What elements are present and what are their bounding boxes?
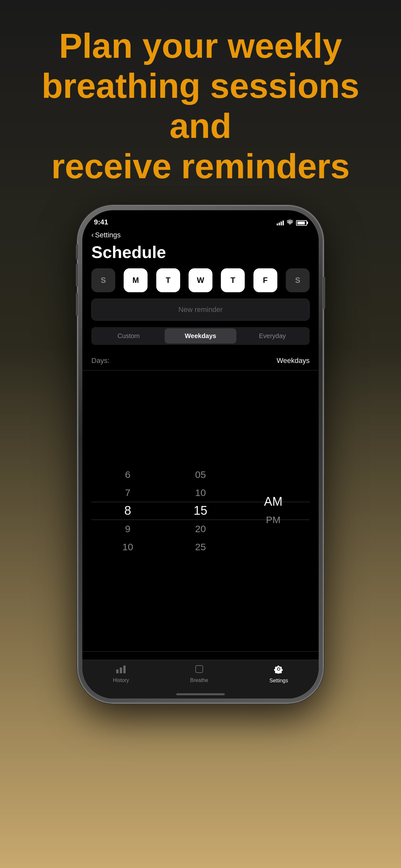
day-monday[interactable]: M bbox=[124, 268, 148, 292]
day-saturday[interactable]: S bbox=[286, 268, 310, 292]
minute-item-10: 10 bbox=[195, 484, 206, 502]
tab-breathe-label: Breathe bbox=[190, 678, 208, 683]
phone-frame: 9:41 bbox=[78, 206, 323, 703]
phone-mockup: 9:41 bbox=[78, 206, 323, 703]
tab-settings-label: Settings bbox=[269, 678, 288, 684]
back-chevron-icon: ‹ bbox=[91, 231, 94, 239]
day-thursday[interactable]: T bbox=[221, 268, 245, 292]
tab-breathe[interactable]: Breathe bbox=[190, 664, 208, 683]
period-pm: PM bbox=[266, 511, 281, 529]
time-picker[interactable]: 6 7 8 9 10 05 10 15 20 25 bbox=[82, 370, 319, 651]
back-label: Settings bbox=[95, 231, 121, 239]
hour-item-10: 10 bbox=[122, 538, 133, 556]
minute-item-05: 05 bbox=[195, 466, 206, 484]
days-summary-row: Days: Weekdays bbox=[82, 351, 319, 370]
silent-switch bbox=[76, 244, 78, 259]
headline-section: Plan your weekly breathing sessions and … bbox=[0, 26, 401, 186]
volume-down-button bbox=[76, 293, 78, 315]
minute-picker-col[interactable]: 05 10 15 20 25 bbox=[164, 466, 237, 556]
seg-everyday[interactable]: Everyday bbox=[236, 329, 308, 344]
svg-rect-3 bbox=[196, 665, 203, 673]
wifi-icon bbox=[286, 220, 294, 226]
minute-item-25: 25 bbox=[195, 538, 206, 556]
hour-item-8-selected: 8 bbox=[124, 502, 131, 520]
period-am-selected: AM bbox=[264, 493, 282, 511]
svg-rect-0 bbox=[116, 670, 119, 673]
svg-rect-2 bbox=[123, 665, 126, 673]
home-indicator bbox=[176, 693, 225, 695]
hour-picker-col[interactable]: 6 7 8 9 10 bbox=[91, 466, 164, 556]
breathe-icon bbox=[195, 664, 204, 676]
phone-screen: 9:41 bbox=[82, 210, 319, 699]
days-label: Days: bbox=[91, 356, 110, 365]
page-title: Schedule bbox=[91, 243, 310, 262]
schedule-type-selector: Custom Weekdays Everyday bbox=[91, 327, 310, 345]
status-time: 9:41 bbox=[94, 218, 108, 226]
day-wednesday[interactable]: W bbox=[189, 268, 212, 292]
days-value: Weekdays bbox=[277, 356, 310, 365]
notch bbox=[168, 210, 233, 221]
days-selector: S M T W T bbox=[82, 268, 319, 292]
battery-icon bbox=[296, 220, 307, 226]
nav-bar: ‹ Settings bbox=[82, 228, 319, 241]
tab-history[interactable]: History bbox=[113, 664, 129, 683]
volume-up-button bbox=[76, 264, 78, 286]
minute-item-20: 20 bbox=[195, 520, 206, 538]
hour-item-7: 7 bbox=[125, 484, 130, 502]
picker-columns: 6 7 8 9 10 05 10 15 20 25 bbox=[82, 370, 319, 651]
day-sunday[interactable]: S bbox=[91, 268, 115, 292]
day-friday[interactable]: F bbox=[253, 268, 277, 292]
tab-bar: History Breathe bbox=[82, 660, 319, 699]
reminder-input[interactable]: New reminder bbox=[91, 299, 310, 321]
signal-icon bbox=[277, 221, 284, 225]
tab-settings[interactable]: Settings bbox=[269, 664, 288, 684]
power-button bbox=[323, 277, 325, 309]
back-button[interactable]: ‹ Settings bbox=[91, 231, 121, 239]
status-icons bbox=[277, 220, 307, 226]
minute-item-15-selected: 15 bbox=[194, 502, 207, 520]
history-icon bbox=[116, 664, 126, 676]
reminder-input-wrapper: New reminder bbox=[82, 299, 319, 321]
seg-weekdays[interactable]: Weekdays bbox=[165, 329, 237, 344]
hour-item-6: 6 bbox=[125, 466, 130, 484]
tab-history-label: History bbox=[113, 678, 129, 683]
hour-item-9: 9 bbox=[125, 520, 130, 538]
headline-text: Plan your weekly breathing sessions and … bbox=[26, 26, 375, 186]
svg-rect-1 bbox=[120, 668, 122, 673]
day-tuesday[interactable]: T bbox=[156, 268, 180, 292]
settings-icon bbox=[274, 664, 283, 676]
app-content: ‹ Settings Schedule S M bbox=[82, 228, 319, 699]
period-picker-col[interactable]: AM PM bbox=[237, 493, 310, 529]
seg-custom[interactable]: Custom bbox=[93, 329, 165, 344]
page-title-section: Schedule bbox=[82, 241, 319, 268]
